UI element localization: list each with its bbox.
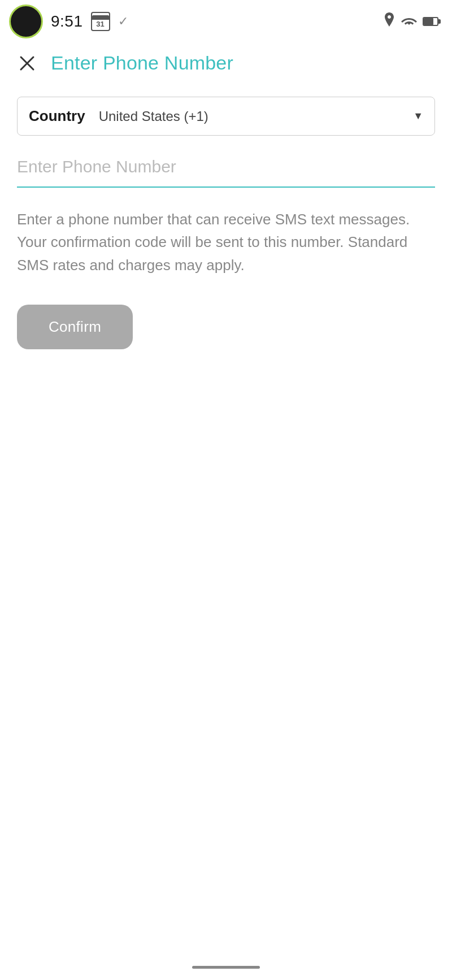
country-selector[interactable]: Country United States (+1) ▼	[17, 97, 435, 136]
checkmark-icon: ✓	[118, 14, 128, 29]
calendar-icon: 31	[91, 12, 110, 31]
country-value: United States (+1)	[99, 109, 414, 124]
phone-input-wrapper	[17, 153, 435, 188]
wifi-icon	[401, 16, 417, 27]
status-bar: 9:51 31 ✓	[0, 0, 452, 41]
location-icon	[383, 12, 395, 31]
page-title: Enter Phone Number	[51, 52, 233, 74]
status-left: 9:51 31 ✓	[9, 5, 128, 38]
status-time: 9:51	[51, 12, 83, 31]
chevron-down-icon: ▼	[413, 110, 423, 122]
close-button[interactable]	[17, 53, 37, 73]
header: Enter Phone Number	[0, 41, 452, 85]
phone-number-input[interactable]	[17, 153, 435, 181]
description-text: Enter a phone number that can receive SM…	[17, 208, 435, 276]
country-label: Country	[29, 107, 85, 125]
confirm-button[interactable]: Confirm	[17, 305, 133, 349]
content-area: Country United States (+1) ▼ Enter a pho…	[0, 85, 452, 366]
avatar	[9, 5, 43, 38]
battery-icon	[423, 17, 438, 26]
status-right	[383, 12, 438, 31]
bottom-home-indicator	[192, 966, 260, 969]
